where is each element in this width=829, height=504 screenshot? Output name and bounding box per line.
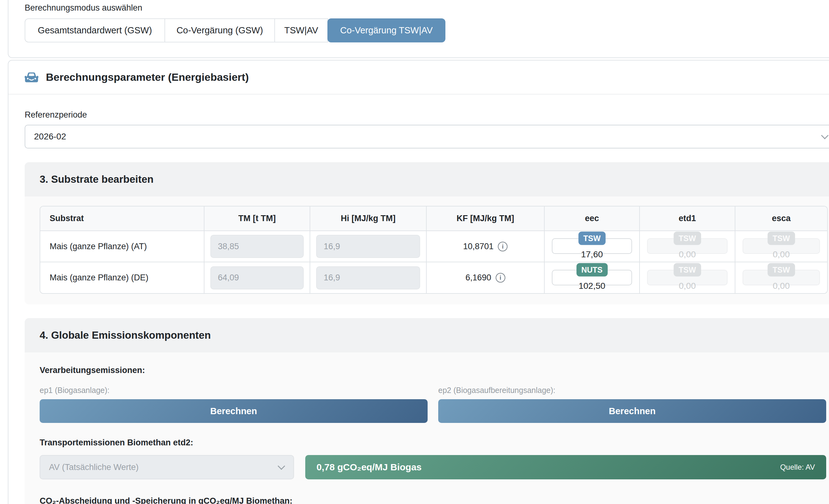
eec-value: 102,50	[552, 281, 632, 291]
ep2-calculate-button[interactable]: Berechnen	[438, 399, 826, 423]
ccs-label: CO₂-Abscheidung und -Speicherung in gCO₂…	[40, 496, 827, 504]
mode-selector-label: Berechnungsmodus auswählen	[25, 3, 829, 13]
page-title: Berechnungsparameter (Energiebasiert)	[46, 71, 249, 83]
eec-field: TSW 17,60	[552, 238, 632, 254]
tab-tsw-av[interactable]: TSW|AV	[274, 18, 328, 42]
ep2-column: ep2 (Biogasaufbereitungsanlage): Berechn…	[438, 386, 826, 423]
substrat-name: Mais (ganze Pflanze) (AT)	[40, 231, 204, 262]
substrat-name: Mais (ganze Pflanze) (DE)	[40, 262, 204, 293]
emissions-panel-title: 4. Globale Emissionskomponenten	[25, 318, 829, 352]
ep1-column: ep1 (Biogasanlage): Berechnen	[40, 386, 428, 423]
eec-field: NUTS 102,50	[552, 270, 632, 285]
reference-period-select[interactable]: 2026-02	[25, 125, 829, 149]
info-icon[interactable]: i	[496, 273, 505, 282]
column-header-eec: eec	[544, 206, 640, 231]
ep1-calculate-button[interactable]: Berechnen	[40, 399, 428, 423]
etd2-source-select: AV (Tatsächliche Werte)	[40, 455, 294, 479]
substrates-panel-body: Substrat TM [t TM] Hi [MJ/kg TM] KF [MJ/…	[25, 196, 829, 304]
etd1-source-badge: TSW	[674, 263, 701, 276]
eec-value: 17,60	[552, 249, 632, 260]
substrates-table: Substrat TM [t TM] Hi [MJ/kg TM] KF [MJ/…	[40, 206, 828, 294]
hi-input	[316, 235, 420, 258]
etd1-value: 0,00	[647, 249, 727, 260]
etd1-source-badge: TSW	[674, 232, 701, 245]
tm-input	[210, 235, 304, 258]
tab-gesamtstandardwert-gsw[interactable]: Gesamtstandardwert (GSW)	[25, 18, 165, 42]
kf-value: 10,8701	[463, 242, 494, 251]
esca-field: TSW 0,00	[743, 270, 820, 285]
chevron-down-icon	[821, 131, 828, 139]
esca-value: 0,00	[743, 249, 820, 260]
etd2-result-source: Quelle: AV	[780, 463, 815, 472]
esca-source-badge: TSW	[767, 263, 795, 276]
eec-source-badge: NUTS	[576, 263, 607, 276]
processing-emissions-label: Verarbeitungsemissionen:	[40, 365, 827, 375]
calculation-parameters-header: Berechnungsparameter (Energiebasiert)	[8, 61, 829, 94]
tab-co-vergaerung-tsw-av[interactable]: Co-Vergärung TSW|AV	[327, 18, 445, 42]
reference-period-label: Referenzperiode	[25, 110, 829, 120]
emissions-panel-body: Verarbeitungsemissionen: ep1 (Biogasanla…	[25, 352, 829, 504]
etd2-result-bar: 0,78 gCO₂eq/MJ Biogas Quelle: AV	[305, 455, 826, 479]
etd1-value: 0,00	[647, 281, 727, 291]
column-header-etd1: etd1	[640, 206, 735, 231]
car-icon	[25, 72, 38, 83]
column-header-tm: TM [t TM]	[204, 206, 310, 231]
substrates-panel-title: 3. Substrate bearbeiten	[25, 162, 829, 196]
esca-source-badge: TSW	[767, 232, 795, 245]
esca-value: 0,00	[743, 281, 820, 291]
info-icon[interactable]: i	[498, 242, 507, 251]
hi-input	[316, 266, 420, 289]
column-header-esca: esca	[735, 206, 827, 231]
table-row: Mais (ganze Pflanze) (DE) 6,1690 i	[40, 262, 827, 293]
kf-value: 6,1690	[465, 273, 491, 282]
table-header-row: Substrat TM [t TM] Hi [MJ/kg TM] KF [MJ/…	[40, 206, 827, 231]
tab-co-vergaerung-gsw[interactable]: Co-Vergärung (GSW)	[165, 18, 275, 42]
processing-emissions-grid: ep1 (Biogasanlage): Berechnen ep2 (Bioga…	[40, 386, 826, 423]
table-row: Mais (ganze Pflanze) (AT) 10,8701 i	[40, 231, 827, 262]
tm-input	[210, 266, 304, 289]
ep2-label: ep2 (Biogasaufbereitungsanlage):	[438, 386, 826, 395]
etd2-source-value: AV (Tatsächliche Werte)	[49, 463, 139, 472]
calculation-parameters-card: Berechnungsparameter (Energiebasiert) Re…	[8, 60, 829, 504]
column-header-hi: Hi [MJ/kg TM]	[310, 206, 426, 231]
esca-field: TSW 0,00	[743, 238, 820, 254]
emissions-panel: 4. Globale Emissionskomponenten Verarbei…	[25, 318, 829, 504]
mode-selector-card: Berechnungsmodus auswählen Gesamtstandar…	[8, 0, 829, 58]
etd2-label: Transportemissionen Biomethan etd2:	[40, 438, 827, 448]
reference-period-value: 2026-02	[34, 131, 66, 142]
eec-source-badge: TSW	[578, 232, 606, 245]
mode-tab-group: Gesamtstandardwert (GSW) Co-Vergärung (G…	[25, 18, 445, 42]
etd2-row: AV (Tatsächliche Werte) 0,78 gCO₂eq/MJ B…	[40, 455, 826, 479]
etd1-field: TSW 0,00	[647, 270, 727, 285]
column-header-substrat: Substrat	[40, 206, 204, 231]
etd2-result-value: 0,78 gCO₂eq/MJ Biogas	[317, 462, 422, 472]
ep1-label: ep1 (Biogasanlage):	[40, 386, 428, 395]
calculation-parameters-body: Referenzperiode 2026-02 3. Substrate bea…	[8, 94, 829, 504]
substrates-panel: 3. Substrate bearbeiten Substrat TM [t T…	[25, 162, 829, 304]
etd1-field: TSW 0,00	[647, 238, 727, 254]
column-header-kf: KF [MJ/kg TM]	[426, 206, 544, 231]
chevron-down-icon	[278, 462, 285, 470]
